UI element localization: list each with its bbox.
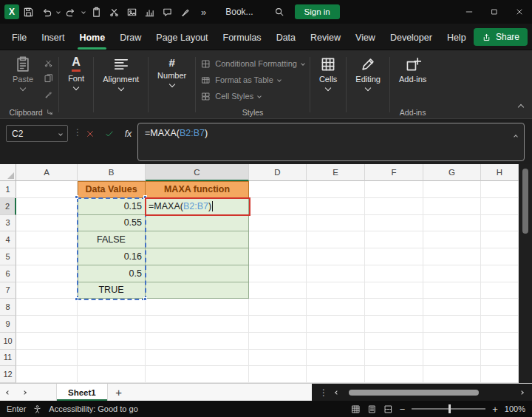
- cell-b6[interactable]: 0.5: [78, 265, 146, 282]
- cell[interactable]: [423, 265, 481, 282]
- cell[interactable]: [481, 366, 519, 383]
- chart-icon[interactable]: [140, 2, 158, 21]
- cell[interactable]: [307, 350, 365, 367]
- cell-b7[interactable]: TRUE: [78, 282, 146, 299]
- cell[interactable]: [365, 215, 423, 232]
- add-sheet-button[interactable]: +: [108, 384, 130, 401]
- cell[interactable]: [146, 366, 249, 383]
- zoom-level[interactable]: 100%: [505, 404, 525, 413]
- cell[interactable]: [78, 316, 146, 333]
- cell[interactable]: [365, 316, 423, 333]
- row-header[interactable]: 6: [0, 265, 16, 282]
- row-header[interactable]: 5: [0, 248, 16, 265]
- cell-styles-button[interactable]: Cell Styles: [201, 89, 304, 103]
- row-header[interactable]: 7: [0, 282, 16, 299]
- cell[interactable]: [16, 215, 78, 232]
- cell[interactable]: [423, 299, 481, 316]
- cell-c6[interactable]: [146, 265, 249, 282]
- cancel-button[interactable]: [81, 125, 98, 142]
- cell-c4[interactable]: [146, 231, 249, 248]
- zoom-slider-thumb[interactable]: [449, 404, 451, 413]
- cell[interactable]: [307, 316, 365, 333]
- cell[interactable]: [146, 316, 249, 333]
- cell[interactable]: [365, 350, 423, 367]
- page-layout-view-button[interactable]: [367, 404, 377, 414]
- cell[interactable]: [16, 265, 78, 282]
- cell[interactable]: [249, 366, 307, 383]
- row-header[interactable]: 2: [0, 198, 16, 215]
- search-icon[interactable]: [274, 7, 284, 17]
- cell[interactable]: [365, 198, 423, 215]
- scroll-right-button[interactable]: [513, 391, 531, 394]
- tab-home[interactable]: Home: [72, 27, 112, 50]
- format-painter-icon[interactable]: [176, 2, 194, 21]
- clipboard-icon[interactable]: [87, 2, 105, 21]
- cell[interactable]: [481, 350, 519, 367]
- scroll-left-button[interactable]: [328, 391, 346, 394]
- row-header[interactable]: 8: [0, 299, 16, 316]
- cell[interactable]: [423, 231, 481, 248]
- cell[interactable]: [307, 215, 365, 232]
- tab-developer[interactable]: Developer: [383, 27, 440, 50]
- row-header[interactable]: 9: [0, 316, 16, 333]
- font-group-button[interactable]: A Font: [61, 52, 91, 89]
- close-button[interactable]: [507, 0, 532, 24]
- cell[interactable]: [423, 366, 481, 383]
- cell[interactable]: [78, 299, 146, 316]
- cell[interactable]: [365, 248, 423, 265]
- zoom-out-button[interactable]: −: [400, 404, 406, 414]
- cell[interactable]: [307, 366, 365, 383]
- cell-c3[interactable]: [146, 215, 249, 232]
- tab-view[interactable]: View: [348, 27, 383, 50]
- cell[interactable]: [249, 299, 307, 316]
- cell[interactable]: [78, 366, 146, 383]
- cell[interactable]: [249, 350, 307, 367]
- excel-app-icon[interactable]: X: [4, 4, 19, 19]
- cell[interactable]: [481, 215, 519, 232]
- cell[interactable]: [365, 366, 423, 383]
- cell[interactable]: [307, 248, 365, 265]
- copy-button[interactable]: [40, 72, 56, 85]
- row-header[interactable]: 10: [0, 333, 16, 350]
- collapse-ribbon-button[interactable]: [519, 99, 523, 112]
- row-header[interactable]: 4: [0, 231, 16, 248]
- tab-file[interactable]: File: [4, 27, 34, 50]
- cell[interactable]: [16, 333, 78, 350]
- row-header[interactable]: 3: [0, 215, 16, 232]
- cell[interactable]: [249, 198, 307, 215]
- cell[interactable]: [16, 282, 78, 299]
- dialog-launcher-icon[interactable]: [47, 109, 53, 115]
- vertical-scrollbar[interactable]: [519, 164, 532, 383]
- column-header-h[interactable]: H: [481, 164, 519, 181]
- column-header-f[interactable]: F: [365, 164, 423, 181]
- accessibility-checker-icon[interactable]: [33, 404, 42, 414]
- vertical-scrollbar-thumb[interactable]: [522, 169, 528, 234]
- cell[interactable]: [307, 333, 365, 350]
- cell[interactable]: [481, 248, 519, 265]
- zoom-in-button[interactable]: +: [492, 404, 498, 414]
- picture-icon[interactable]: [123, 2, 140, 21]
- cell[interactable]: [365, 333, 423, 350]
- zoom-slider[interactable]: [412, 408, 485, 410]
- row-header[interactable]: 1: [0, 181, 16, 198]
- cell-b1[interactable]: Data Values: [78, 181, 146, 198]
- formula-input[interactable]: =MAXA(B2:B7): [137, 123, 525, 161]
- cell[interactable]: [249, 248, 307, 265]
- normal-view-button[interactable]: [351, 404, 361, 414]
- cell[interactable]: [481, 231, 519, 248]
- sign-in-button[interactable]: Sign in: [295, 4, 340, 19]
- name-box[interactable]: C2: [6, 125, 68, 142]
- cell[interactable]: [249, 282, 307, 299]
- cell[interactable]: [423, 198, 481, 215]
- cell[interactable]: [423, 181, 481, 198]
- collapse-formula-bar-button[interactable]: [514, 128, 517, 141]
- editing-group-button[interactable]: Editing: [349, 52, 387, 90]
- undo-button[interactable]: [37, 2, 55, 21]
- redo-button[interactable]: [62, 2, 80, 21]
- number-group-button[interactable]: # Number: [151, 52, 193, 87]
- cell[interactable]: [249, 215, 307, 232]
- addins-button[interactable]: Add-ins: [392, 52, 433, 84]
- format-as-table-button[interactable]: Format as Table: [201, 73, 304, 87]
- scrollbar-grip-icon[interactable]: ⋮: [319, 387, 328, 398]
- cell[interactable]: [307, 181, 365, 198]
